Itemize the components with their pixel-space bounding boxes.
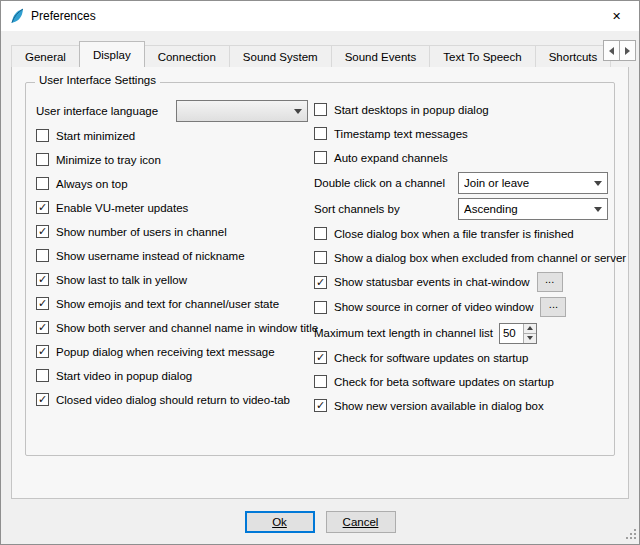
checkbox-closed-video-return-tab[interactable]: ✓ Closed video dialog should return to v… (36, 390, 308, 409)
max-text-length-label: Maximum text length in channel list (314, 327, 493, 339)
app-icon (9, 8, 25, 24)
checkbox-vu-meter-updates[interactable]: ✓ Enable VU-meter updates (36, 198, 308, 217)
statusbar-events-row: ✓ Show statusbar events in chat-window .… (314, 272, 608, 292)
tab-shortcuts[interactable]: Shortcuts (535, 45, 612, 67)
spin-down-button[interactable] (524, 333, 536, 343)
checkbox-box[interactable] (314, 151, 327, 164)
checkbox-box[interactable]: ✓ (36, 345, 49, 358)
scroll-right-icon (625, 47, 630, 55)
checkbox-box[interactable]: ✓ (36, 393, 49, 406)
tab-general[interactable]: General (11, 45, 80, 67)
checkbox-show-user-count[interactable]: ✓ Show number of users in channel (36, 222, 308, 241)
tab-scroll-control (603, 40, 636, 61)
ok-button[interactable]: Ok (245, 511, 315, 533)
spinner-buttons (523, 324, 536, 343)
checkbox-username-instead-nickname[interactable]: Show username instead of nickname (36, 246, 308, 265)
language-row: User interface language (36, 100, 308, 122)
scroll-left-icon (609, 47, 614, 55)
sort-channels-select[interactable]: Ascending (458, 198, 608, 220)
checkbox-box[interactable] (36, 177, 49, 190)
checkbox-check-beta-updates[interactable]: Check for beta software updates on start… (314, 372, 608, 391)
spin-up-button[interactable] (524, 324, 536, 333)
tab-sound-events[interactable]: Sound Events (331, 45, 431, 67)
checkbox-box[interactable]: ✓ (36, 201, 49, 214)
max-text-length-spinner[interactable]: 50 (499, 323, 537, 344)
checkbox-box[interactable] (36, 153, 49, 166)
language-select[interactable] (176, 100, 308, 122)
checkbox-box[interactable] (314, 251, 327, 264)
window-title: Preferences (31, 9, 594, 23)
checkbox-box[interactable]: ✓ (36, 273, 49, 286)
checkbox-box[interactable] (36, 129, 49, 142)
checkbox-box[interactable] (314, 375, 327, 388)
max-text-length-row: Maximum text length in channel list 50 (314, 322, 608, 344)
checkbox-start-desktops-popup[interactable]: Start desktops in popup dialog (314, 100, 608, 119)
left-column: User interface language Start minimized … (36, 100, 308, 447)
tab-display[interactable]: Display (79, 41, 145, 67)
checkbox-check-updates[interactable]: ✓ Check for software updates on startup (314, 348, 608, 367)
cancel-button[interactable]: Cancel (326, 511, 396, 533)
checkbox-box[interactable]: ✓ (36, 321, 49, 334)
preferences-window: Preferences ✕ General Display Connection… (0, 0, 640, 545)
double-click-row: Double click on a channel Join or leave (314, 172, 608, 194)
statusbar-events-more-button[interactable]: ... (537, 272, 563, 292)
checkbox-start-video-popup[interactable]: Start video in popup dialog (36, 366, 308, 385)
settings-columns: User interface language Start minimized … (36, 100, 608, 447)
display-tab-page: User Interface Settings User interface l… (11, 66, 629, 499)
checkbox-dialog-when-excluded[interactable]: Show a dialog box when excluded from cha… (314, 248, 608, 267)
checkbox-emojis-and-text[interactable]: ✓ Show emojis and text for channel/user … (36, 294, 308, 313)
tab-scroll-right-button[interactable] (619, 40, 636, 61)
checkbox-box[interactable] (36, 249, 49, 262)
user-interface-settings-group: User Interface Settings User interface l… (25, 82, 615, 456)
dialog-footer: Ok Cancel (1, 499, 639, 544)
combo-arrow-icon (594, 207, 602, 212)
checkbox-box[interactable] (36, 369, 49, 382)
tab-connection[interactable]: Connection (144, 45, 230, 67)
resize-grip[interactable] (625, 528, 637, 542)
video-source-row: Show source in corner of video window ..… (314, 297, 608, 317)
checkbox-server-channel-in-title[interactable]: ✓ Show both server and channel name in w… (36, 318, 308, 337)
checkbox-box[interactable] (314, 227, 327, 240)
combo-arrow-icon (294, 109, 302, 114)
checkbox-new-version-dialog[interactable]: ✓ Show new version available in dialog b… (314, 396, 608, 415)
tab-list: General Display Connection Sound System … (11, 39, 629, 67)
group-title: User Interface Settings (35, 74, 160, 86)
sort-channels-label: Sort channels by (314, 203, 400, 215)
spin-down-icon (527, 336, 533, 340)
tab-text-to-speech[interactable]: Text To Speech (429, 45, 535, 67)
checkbox-last-to-talk-yellow[interactable]: ✓ Show last to talk in yellow (36, 270, 308, 289)
video-source-more-button[interactable]: ... (540, 297, 566, 317)
tab-strip: General Display Connection Sound System … (1, 31, 639, 67)
combo-arrow-icon (594, 181, 602, 186)
checkbox-box[interactable] (314, 127, 327, 140)
double-click-select[interactable]: Join or leave (458, 172, 608, 194)
tab-sound-system[interactable]: Sound System (229, 45, 332, 67)
close-button[interactable]: ✕ (594, 1, 639, 31)
language-label: User interface language (36, 105, 158, 117)
checkbox-start-minimized[interactable]: Start minimized (36, 126, 308, 145)
checkbox-timestamp-messages[interactable]: Timestamp text messages (314, 124, 608, 143)
checkbox-box[interactable]: ✓ (314, 351, 327, 364)
checkbox-box[interactable]: ✓ (36, 225, 49, 238)
checkbox-box[interactable]: ✓ (36, 297, 49, 310)
checkbox-always-on-top[interactable]: Always on top (36, 174, 308, 193)
max-text-length-value[interactable]: 50 (500, 324, 523, 343)
titlebar: Preferences ✕ (1, 1, 639, 31)
checkbox-video-source-corner[interactable] (314, 301, 327, 314)
checkbox-box[interactable]: ✓ (314, 399, 327, 412)
sort-channels-row: Sort channels by Ascending (314, 198, 608, 220)
right-column: Start desktops in popup dialog Timestamp… (314, 100, 608, 447)
tab-scroll-left-button[interactable] (603, 40, 620, 61)
checkbox-box[interactable] (314, 103, 327, 116)
spin-up-icon (527, 326, 533, 330)
checkbox-popup-text-message[interactable]: ✓ Popup dialog when receiving text messa… (36, 342, 308, 361)
checkbox-minimize-to-tray[interactable]: Minimize to tray icon (36, 150, 308, 169)
checkbox-statusbar-events[interactable]: ✓ (314, 276, 327, 289)
checkbox-auto-expand-channels[interactable]: Auto expand channels (314, 148, 608, 167)
checkbox-close-dialog-file-transfer[interactable]: Close dialog box when a file transfer is… (314, 224, 608, 243)
double-click-label: Double click on a channel (314, 177, 445, 189)
